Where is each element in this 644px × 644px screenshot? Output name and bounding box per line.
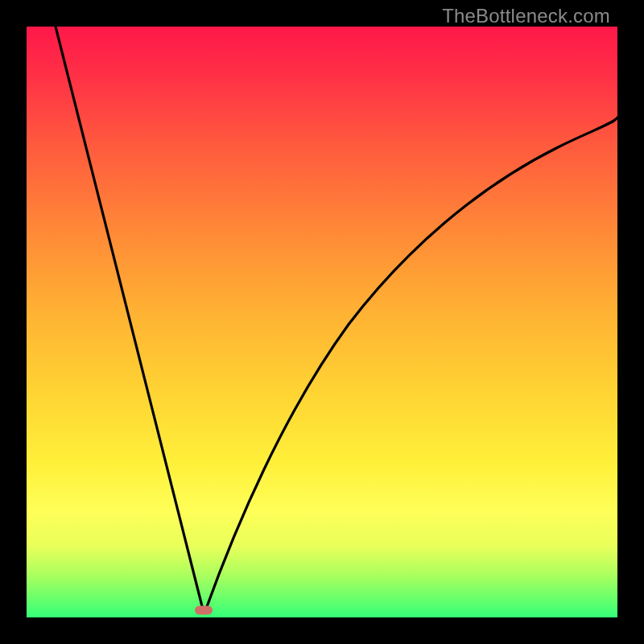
- chart-curve-layer: [27, 27, 617, 617]
- chart-curve: [56, 27, 617, 611]
- watermark-text: TheBottleneck.com: [442, 5, 610, 27]
- chart-minimum-marker: [195, 606, 213, 615]
- chart-frame: TheBottleneck.com: [0, 0, 644, 644]
